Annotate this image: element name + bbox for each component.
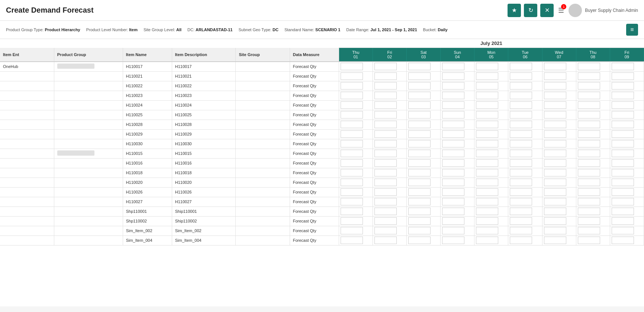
cell-date-input[interactable]: [508, 100, 542, 110]
cell-date-input[interactable]: [542, 216, 576, 226]
forecast-qty-input[interactable]: [612, 101, 634, 109]
forecast-qty-input[interactable]: [612, 140, 634, 147]
cell-date-input[interactable]: [576, 139, 610, 149]
cell-date-input[interactable]: [339, 207, 373, 216]
cell-date-input[interactable]: [373, 71, 406, 81]
cell-date-input[interactable]: [542, 81, 576, 91]
forecast-qty-input[interactable]: [476, 63, 498, 70]
forecast-qty-input[interactable]: [374, 169, 397, 176]
cell-date-input[interactable]: [407, 62, 441, 71]
forecast-qty-input[interactable]: [476, 121, 498, 128]
cell-date-input[interactable]: [508, 168, 542, 178]
cell-date-input[interactable]: [610, 149, 644, 158]
menu-button[interactable]: ☰ 1: [557, 5, 566, 16]
forecast-qty-input[interactable]: [341, 150, 363, 157]
cell-date-input[interactable]: [610, 100, 644, 110]
cell-date-input[interactable]: [339, 216, 373, 226]
cell-date-input[interactable]: [576, 216, 610, 226]
forecast-qty-input[interactable]: [408, 217, 431, 225]
forecast-qty-input[interactable]: [612, 63, 634, 70]
cell-date-input[interactable]: [610, 129, 644, 139]
cell-date-input[interactable]: [576, 91, 610, 100]
forecast-qty-input[interactable]: [476, 237, 498, 244]
close-button[interactable]: ✕: [540, 4, 554, 17]
cell-date-input[interactable]: [542, 168, 576, 178]
cell-date-input[interactable]: [542, 235, 576, 245]
forecast-qty-input[interactable]: [578, 237, 600, 244]
cell-date-input[interactable]: [373, 158, 406, 168]
forecast-qty-input[interactable]: [442, 217, 464, 225]
forecast-qty-input[interactable]: [408, 121, 431, 128]
cell-date-input[interactable]: [508, 139, 542, 149]
cell-date-input[interactable]: [441, 207, 474, 216]
forecast-qty-input[interactable]: [612, 72, 634, 80]
forecast-qty-input[interactable]: [408, 92, 431, 99]
forecast-qty-input[interactable]: [341, 63, 363, 70]
forecast-qty-input[interactable]: [408, 237, 431, 244]
forecast-qty-input[interactable]: [442, 101, 464, 109]
forecast-qty-input[interactable]: [408, 130, 431, 138]
cell-date-input[interactable]: [474, 207, 508, 216]
forecast-qty-input[interactable]: [341, 179, 363, 186]
forecast-qty-input[interactable]: [612, 198, 634, 205]
forecast-qty-input[interactable]: [612, 159, 634, 167]
cell-date-input[interactable]: [610, 62, 644, 71]
cell-date-input[interactable]: [610, 235, 644, 245]
forecast-qty-input[interactable]: [544, 169, 566, 176]
forecast-qty-input[interactable]: [374, 159, 397, 167]
cell-date-input[interactable]: [373, 120, 406, 129]
forecast-qty-input[interactable]: [578, 92, 600, 99]
cell-date-input[interactable]: [407, 139, 441, 149]
star-button[interactable]: ★: [508, 4, 521, 17]
cell-date-input[interactable]: [339, 81, 373, 91]
forecast-qty-input[interactable]: [374, 82, 397, 90]
forecast-qty-input[interactable]: [442, 121, 464, 128]
cell-date-input[interactable]: [576, 235, 610, 245]
cell-date-input[interactable]: [373, 129, 406, 139]
cell-date-input[interactable]: [576, 129, 610, 139]
forecast-qty-input[interactable]: [544, 82, 566, 90]
forecast-qty-input[interactable]: [510, 130, 532, 138]
cell-date-input[interactable]: [508, 187, 542, 197]
forecast-qty-input[interactable]: [341, 208, 363, 215]
cell-date-input[interactable]: [441, 235, 474, 245]
forecast-qty-input[interactable]: [578, 63, 600, 70]
forecast-qty-input[interactable]: [578, 130, 600, 138]
forecast-qty-input[interactable]: [510, 111, 532, 118]
forecast-qty-input[interactable]: [612, 237, 634, 244]
forecast-qty-input[interactable]: [612, 130, 634, 138]
forecast-qty-input[interactable]: [510, 140, 532, 147]
forecast-qty-input[interactable]: [341, 101, 363, 109]
forecast-qty-input[interactable]: [442, 179, 464, 186]
cell-date-input[interactable]: [441, 129, 474, 139]
forecast-qty-input[interactable]: [442, 140, 464, 147]
forecast-qty-input[interactable]: [612, 92, 634, 99]
forecast-qty-input[interactable]: [341, 92, 363, 99]
forecast-qty-input[interactable]: [612, 150, 634, 157]
forecast-qty-input[interactable]: [442, 92, 464, 99]
cell-date-input[interactable]: [373, 178, 406, 187]
forecast-qty-input[interactable]: [544, 111, 566, 118]
cell-date-input[interactable]: [407, 216, 441, 226]
cell-date-input[interactable]: [542, 62, 576, 71]
cell-date-input[interactable]: [542, 100, 576, 110]
forecast-qty-input[interactable]: [612, 169, 634, 176]
forecast-qty-input[interactable]: [578, 179, 600, 186]
forecast-qty-input[interactable]: [341, 82, 363, 90]
forecast-qty-input[interactable]: [612, 82, 634, 90]
cell-date-input[interactable]: [542, 158, 576, 168]
forecast-qty-input[interactable]: [374, 140, 397, 147]
cell-date-input[interactable]: [508, 129, 542, 139]
cell-date-input[interactable]: [441, 216, 474, 226]
cell-date-input[interactable]: [474, 197, 508, 207]
forecast-qty-input[interactable]: [374, 111, 397, 118]
forecast-qty-input[interactable]: [544, 159, 566, 167]
forecast-qty-input[interactable]: [510, 101, 532, 109]
forecast-qty-input[interactable]: [408, 188, 431, 196]
cell-date-input[interactable]: [407, 207, 441, 216]
cell-date-input[interactable]: [339, 158, 373, 168]
cell-date-input[interactable]: [508, 81, 542, 91]
cell-date-input[interactable]: [474, 158, 508, 168]
forecast-qty-input[interactable]: [510, 237, 532, 244]
cell-date-input[interactable]: [576, 207, 610, 216]
